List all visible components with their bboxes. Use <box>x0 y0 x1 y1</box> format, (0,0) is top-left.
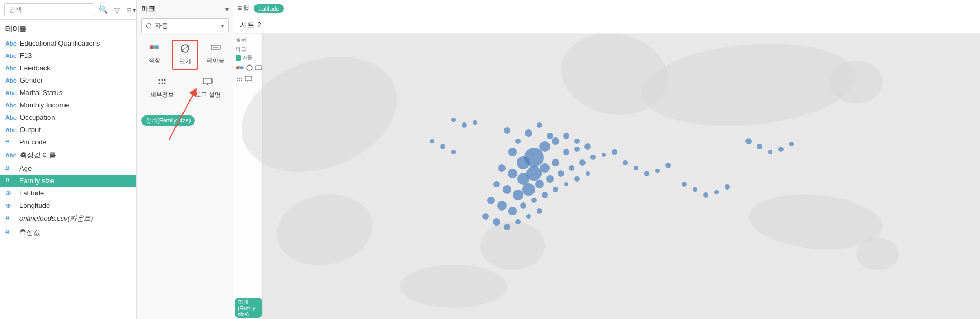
map-dot <box>430 139 434 143</box>
field-item-pin-code[interactable]: #Pin code <box>0 136 136 148</box>
view-toggle-button[interactable]: ⊞ ▾ <box>124 5 138 15</box>
table-section-label: 테이블 <box>0 20 136 36</box>
marks-label-button[interactable]: 레이블 <box>202 40 229 70</box>
map-dot <box>508 169 517 178</box>
terrain-shape-8 <box>480 222 545 270</box>
map-dot <box>725 184 730 190</box>
marks-pill-area: 합계(Family size) <box>141 113 229 126</box>
left-panel: 🔍 ▽ ⊞ ▾ 테이블 AbcEducational Qualification… <box>0 0 137 319</box>
field-type-icon: # <box>5 177 16 185</box>
tooltip-icon-small[interactable] <box>245 76 252 85</box>
map-dot <box>563 133 569 139</box>
svg-point-11 <box>164 79 165 81</box>
marks-size-label: 크기 <box>179 57 191 66</box>
map-dot <box>451 118 456 122</box>
map-dot <box>612 149 617 155</box>
field-name-text: Feedback <box>20 64 131 72</box>
marks-detail-button[interactable]: 세부정보 <box>141 74 183 102</box>
field-item-age[interactable]: #Age <box>0 162 136 175</box>
svg-point-8 <box>161 79 163 81</box>
map-dot <box>515 139 521 144</box>
row-tab[interactable]: ≡ 행 <box>238 4 250 13</box>
map-dot <box>503 185 511 194</box>
map-left-sidebar: 필터 마크 자동 <box>233 34 263 319</box>
field-type-icon: # <box>5 164 16 172</box>
marks-tooltip-button[interactable]: 도구 설명 <box>187 74 229 102</box>
field-item-educational-qualifications[interactable]: AbcEducational Qualifications <box>0 37 136 49</box>
field-item-f13[interactable]: AbcF13 <box>0 49 136 62</box>
family-size-map-pill[interactable]: 합계(Family size) <box>235 298 262 318</box>
field-name-text: F13 <box>20 52 131 60</box>
marks-dropdown-button[interactable]: ▾ <box>225 5 229 13</box>
field-item-longitude[interactable]: ⊕Longitude <box>0 199 136 212</box>
map-dot <box>703 192 708 198</box>
marks-size-button[interactable]: 크기 <box>172 40 198 70</box>
field-type-icon: Abc <box>5 65 17 71</box>
field-name-text: Pin code <box>19 138 131 146</box>
field-name-text: Occupation <box>20 113 131 121</box>
svg-point-27 <box>241 80 242 81</box>
grid-icon: ⊞ <box>126 6 132 14</box>
field-item-family-size[interactable]: #Family size <box>0 175 136 187</box>
search-input[interactable] <box>4 3 94 16</box>
detail-icon-small[interactable] <box>236 76 243 85</box>
field-item-gender[interactable]: AbcGender <box>0 74 136 86</box>
svg-rect-28 <box>245 76 252 81</box>
filter-icon-button[interactable]: ▽ <box>112 5 122 15</box>
svg-point-24 <box>241 78 242 79</box>
field-type-icon: Abc <box>5 114 17 121</box>
mark-type-icons <box>236 64 260 73</box>
field-name-text: Latitude <box>19 189 131 197</box>
dropdown-arrow-icon: ▾ <box>133 6 136 14</box>
field-item-onlinefoods.csv(카운트)[interactable]: #onlinefoods.csv(카운트) <box>0 212 136 226</box>
map-dot <box>515 219 521 224</box>
field-item-occupation[interactable]: AbcOccupation <box>0 111 136 124</box>
map-dot <box>574 176 580 182</box>
marks-color-button[interactable]: 색상 <box>141 40 167 70</box>
field-name-text: Family size <box>19 177 131 185</box>
map-dot <box>542 192 548 198</box>
label-icon <box>210 43 221 54</box>
map-dot <box>526 214 531 219</box>
svg-marker-29 <box>247 81 248 82</box>
field-name-text: Marital Status <box>20 89 131 97</box>
map-dot <box>462 122 467 128</box>
map-dot <box>525 129 532 137</box>
marks-type-selector[interactable]: 자동 ▾ <box>141 18 229 33</box>
field-item-output[interactable]: AbcOutput <box>0 124 136 136</box>
map-dot <box>789 142 794 146</box>
map-dot <box>508 207 517 215</box>
field-type-icon: Abc <box>5 53 17 59</box>
field-item-monthly-income[interactable]: AbcMonthly Income <box>0 99 136 111</box>
map-dot <box>584 143 591 150</box>
latitude-pill[interactable]: Latitude <box>254 4 283 13</box>
map-dot <box>504 224 510 230</box>
search-icon-button[interactable]: 🔍 <box>97 4 110 15</box>
field-item-marital-status[interactable]: AbcMarital Status <box>0 86 136 99</box>
map-dot <box>714 190 719 194</box>
field-item-latitude[interactable]: ⊕Latitude <box>0 187 136 199</box>
circle-icon <box>146 23 151 28</box>
svg-point-12 <box>164 83 165 84</box>
map-dot <box>552 159 559 166</box>
field-item-feedback[interactable]: AbcFeedback <box>0 62 136 74</box>
marks-tooltip-label: 도구 설명 <box>195 91 221 99</box>
map-dot <box>778 147 784 152</box>
field-item-측정값[interactable]: #측정값 <box>0 226 136 240</box>
label-icon-small[interactable] <box>255 64 262 73</box>
size-icon-small[interactable] <box>246 64 253 73</box>
map-dot <box>564 182 568 186</box>
map-dot <box>493 181 500 187</box>
field-type-icon: Abc <box>5 152 17 158</box>
map-dot <box>574 139 580 144</box>
field-item-측정값-이름[interactable]: Abc측정값 이름 <box>0 148 136 162</box>
family-size-pill[interactable]: 합계(Family size) <box>141 115 195 126</box>
color-icon-small[interactable] <box>236 64 244 73</box>
marks-detail-label: 세부정보 <box>150 91 174 99</box>
auto-checkbox[interactable] <box>236 55 241 61</box>
field-name-text: Output <box>20 126 131 134</box>
svg-point-22 <box>237 78 238 79</box>
map-dot <box>665 163 671 168</box>
map-dot <box>745 138 752 144</box>
map-dot <box>590 155 596 160</box>
